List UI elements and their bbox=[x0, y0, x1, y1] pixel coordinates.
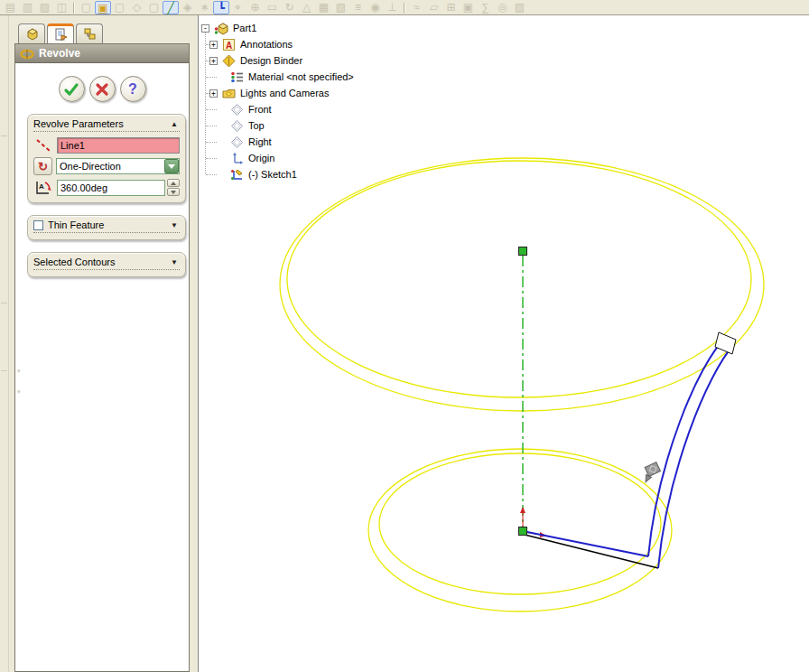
tree-item-label: Lights and Cameras bbox=[240, 88, 329, 98]
sketch-inner-curve[interactable] bbox=[648, 337, 726, 556]
toolbar-icons: ▤▥▨◫▢▣▢◇▢╱◈∗┗⌖⊕▭↻△▦▧≡◉⊥≈▱⊞▣∑◎▨ bbox=[0, 1, 528, 14]
axis-of-revolution-field[interactable]: Line1 bbox=[57, 137, 180, 154]
collapse-arrow-icon[interactable]: ▲ bbox=[171, 120, 178, 128]
tree-item-label: (-) Sketch1 bbox=[248, 169, 297, 180]
group-selected-contours: Selected Contours ▼ bbox=[27, 252, 186, 277]
document-hand-icon bbox=[54, 28, 68, 42]
ghost-arrow-icon: ▾ bbox=[17, 368, 21, 375]
top-toolbar: ▤▥▨◫▢▣▢◇▢╱◈∗┗⌖⊕▭↻△▦▧≡◉⊥≈▱⊞▣∑◎▨ bbox=[0, 0, 809, 15]
angle-icon: A bbox=[33, 179, 53, 196]
tree-item-material[interactable]: Material <not specified> bbox=[201, 69, 354, 85]
plane-icon bbox=[230, 135, 244, 149]
graphics-viewport[interactable]: - Part1 + A Annotations bbox=[198, 15, 809, 672]
toolbar-icon: ↻ bbox=[281, 1, 298, 14]
sketch-icon bbox=[230, 168, 244, 182]
centerline-axis-icon bbox=[33, 136, 53, 154]
cancel-button[interactable] bbox=[89, 76, 116, 102]
solidworks-window: { "colors": { "selection_highlight": "#f… bbox=[0, 0, 809, 672]
property-manager-panel: Revolve ? Revolve Parameters ▲ bbox=[14, 23, 190, 672]
group-label: Revolve Parameters bbox=[33, 118, 171, 129]
chevron-down-icon bbox=[168, 164, 175, 169]
centerline-top-endpoint[interactable] bbox=[519, 247, 527, 256]
dropdown-value: One-Direction bbox=[57, 161, 164, 172]
tree-item-front-plane[interactable]: Front bbox=[201, 101, 354, 117]
tree-item-sketch1[interactable]: (-) Sketch1 bbox=[201, 166, 354, 182]
dropdown-chevron-button[interactable] bbox=[164, 159, 179, 173]
strip-divider bbox=[1, 135, 7, 136]
angle-row: A 360.00deg bbox=[33, 179, 180, 196]
axis-icon[interactable]: ┗ bbox=[213, 1, 229, 14]
tree-item-part[interactable]: - Part1 bbox=[201, 20, 354, 36]
part-icon bbox=[214, 22, 228, 35]
panel-tabs bbox=[14, 23, 190, 43]
drag-handle-icon[interactable] bbox=[640, 462, 662, 482]
help-button[interactable]: ? bbox=[120, 76, 146, 102]
property-manager-header: Revolve bbox=[15, 44, 189, 63]
tree-item-origin[interactable]: Origin bbox=[201, 150, 354, 166]
toolbar-icon: ▧ bbox=[332, 1, 349, 14]
svg-text:A: A bbox=[226, 40, 232, 50]
reverse-direction-button[interactable]: ↻ bbox=[33, 157, 52, 175]
group-thin-feature: Thin Feature ▼ bbox=[27, 215, 186, 240]
expander-icon[interactable]: - bbox=[201, 24, 209, 33]
material-icon bbox=[230, 70, 244, 84]
plane-icon bbox=[230, 103, 244, 117]
spin-down-button[interactable] bbox=[167, 188, 180, 196]
part-cube-icon bbox=[25, 27, 39, 41]
group-header[interactable]: Selected Contours ▼ bbox=[33, 257, 180, 270]
toolbar-icon: ≡ bbox=[349, 1, 367, 14]
axis-selection-row: Line1 bbox=[33, 136, 180, 154]
sketch-outer-curve[interactable] bbox=[658, 344, 734, 568]
ok-button[interactable] bbox=[59, 76, 85, 102]
expand-arrow-icon[interactable]: ▼ bbox=[171, 258, 178, 266]
expander-icon[interactable]: + bbox=[209, 41, 218, 49]
angle-field[interactable]: 360.00deg bbox=[57, 180, 165, 196]
group-header[interactable]: Revolve Parameters ▲ bbox=[33, 118, 180, 132]
group-label: Selected Contours bbox=[33, 257, 171, 267]
sketch-silhouette-line[interactable] bbox=[525, 535, 658, 568]
revolve-preview-ellipse-inner-top bbox=[287, 161, 751, 397]
feature-tree: - Part1 + A Annotations bbox=[201, 20, 354, 182]
revolve-type-dropdown[interactable]: One-Direction bbox=[56, 158, 180, 174]
expand-arrow-icon[interactable]: ▼ bbox=[171, 221, 178, 229]
tree-item-annotations[interactable]: + A Annotations bbox=[201, 36, 354, 52]
expander-icon[interactable]: + bbox=[209, 89, 218, 98]
tree-stub bbox=[206, 158, 217, 159]
toolbar-icon: ▨ bbox=[36, 1, 53, 14]
x-icon bbox=[94, 81, 110, 98]
toolbar-icon: ▥ bbox=[19, 1, 36, 14]
tree-item-label: Origin bbox=[248, 153, 274, 163]
toolbar-icon: ⊥ bbox=[384, 1, 401, 14]
tree-item-label: Front bbox=[248, 104, 272, 115]
tab-configurationmanager[interactable] bbox=[76, 23, 103, 43]
toolbar-icon: ◉ bbox=[367, 1, 384, 14]
expander-icon[interactable]: + bbox=[209, 57, 218, 65]
sketch-bottom-line[interactable] bbox=[523, 531, 648, 556]
tab-propertymanager[interactable] bbox=[47, 23, 74, 43]
toolbar-icon: ▢ bbox=[145, 1, 163, 14]
thin-feature-checkbox[interactable] bbox=[33, 220, 43, 230]
tab-featuremanager[interactable] bbox=[18, 23, 45, 43]
toolbar-separator bbox=[73, 3, 75, 14]
sketch-line-icon[interactable]: ╱ bbox=[163, 1, 179, 14]
tree-item-lights-cameras[interactable]: + Lights and Cameras bbox=[201, 85, 354, 101]
group-header[interactable]: Thin Feature ▼ bbox=[33, 219, 180, 233]
tree-stub bbox=[206, 109, 217, 110]
tree-stub bbox=[206, 142, 217, 143]
toolbar-icon: ▭ bbox=[264, 1, 281, 14]
spin-up-button[interactable] bbox=[167, 179, 180, 187]
tree-item-right-plane[interactable]: Right bbox=[201, 134, 354, 150]
design-binder-icon bbox=[222, 54, 236, 68]
panel-title: Revolve bbox=[39, 47, 80, 60]
centerline-origin-endpoint[interactable] bbox=[519, 527, 527, 536]
tree-item-label: Top bbox=[248, 120, 265, 131]
left-dock-strip bbox=[0, 15, 9, 672]
tree-item-top-plane[interactable]: Top bbox=[201, 117, 354, 134]
tree-item-label: Annotations bbox=[240, 39, 293, 50]
part-box-icon[interactable]: ▣ bbox=[95, 1, 111, 14]
toolbar-icon: ◇ bbox=[128, 1, 145, 14]
tree-item-label: Part1 bbox=[233, 23, 256, 33]
tree-item-label: Right bbox=[248, 136, 272, 147]
group-revolve-parameters: Revolve Parameters ▲ Line1 ↻ One-Directi… bbox=[27, 114, 186, 203]
tree-item-design-binder[interactable]: + Design Binder bbox=[201, 52, 354, 69]
